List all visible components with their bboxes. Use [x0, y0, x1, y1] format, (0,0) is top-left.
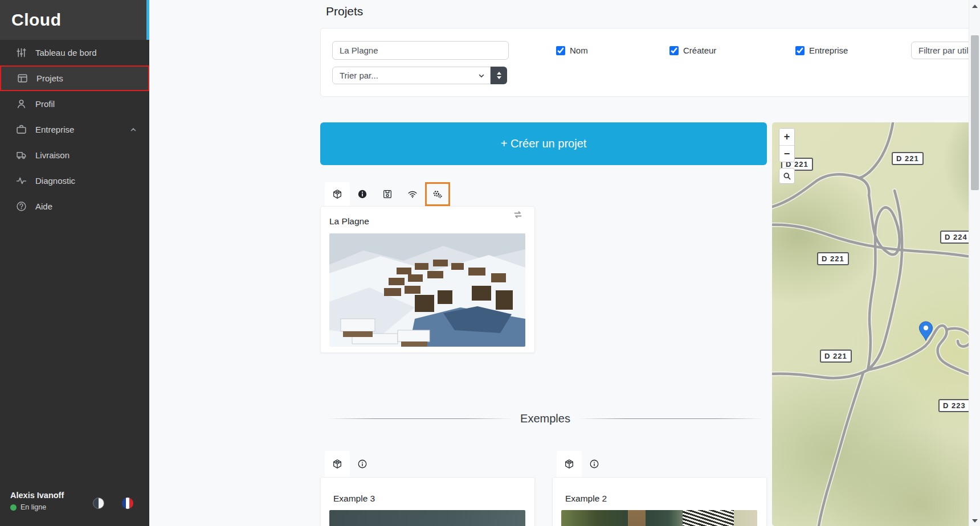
checkbox-label: Créateur	[683, 46, 716, 55]
user-block: Alexis Ivanoff En ligne	[0, 480, 149, 526]
project-card-title: La Plagne	[329, 216, 369, 227]
help-icon	[16, 201, 27, 212]
sidebar-item-entreprise[interactable]: Entreprise	[0, 117, 149, 142]
nom-checkbox[interactable]	[556, 46, 565, 55]
road-label: D 223	[938, 399, 970, 412]
tab-3d-view[interactable]	[557, 451, 582, 477]
sidebar-item-diagnostic[interactable]: Diagnostic	[0, 168, 149, 194]
create-project-button[interactable]: + Créer un projet	[320, 122, 767, 165]
tab-connectivity[interactable]	[400, 182, 425, 206]
info-circle-icon	[357, 189, 368, 199]
user-name: Alexis Ivanoff	[10, 491, 64, 500]
gears-icon	[432, 189, 443, 199]
tab-info[interactable]	[582, 451, 607, 477]
sidebar-item-label: Aide	[35, 202, 52, 211]
activity-icon	[16, 175, 27, 186]
entreprise-checkbox[interactable]	[795, 46, 805, 55]
example-card-title: Example 2	[565, 494, 607, 504]
magnifier-icon	[783, 172, 791, 180]
project-tab-bar	[325, 182, 450, 206]
scrollbar-thumb[interactable]	[971, 35, 979, 190]
map-zoom-control: + −	[779, 128, 795, 162]
map-marker-pin[interactable]	[918, 321, 933, 342]
zoom-out-button[interactable]: −	[779, 145, 794, 162]
road-label: D 221	[817, 252, 849, 265]
road-label: D 221	[820, 350, 852, 363]
project-card[interactable]: La Plagne	[320, 206, 535, 353]
checkbox-label: Entreprise	[809, 46, 848, 55]
tab-settings[interactable]	[425, 182, 450, 206]
checkbox-createur[interactable]: Créateur	[669, 41, 716, 60]
search-input[interactable]	[332, 41, 509, 60]
user-status-label: En ligne	[21, 503, 46, 511]
divider-line	[328, 418, 512, 419]
sliders-icon	[16, 47, 27, 58]
examples-divider-label: Exemples	[520, 412, 570, 425]
example-card[interactable]: Example 2	[552, 477, 767, 526]
page-scrollbar[interactable]	[969, 0, 980, 526]
cube-icon	[332, 459, 342, 469]
info-circle-outline-icon	[357, 459, 368, 469]
sidebar-item-tableau-de-bord[interactable]: Tableau de bord	[0, 40, 149, 65]
language-flag-icon[interactable]	[122, 498, 133, 509]
sidebar-item-label: Profil	[35, 99, 55, 109]
example3-thumbnail[interactable]	[329, 510, 525, 526]
sort-desc-icon	[497, 76, 501, 79]
brand-accent-stripe	[146, 0, 149, 40]
sort-direction-button[interactable]	[491, 67, 507, 84]
map-search-button[interactable]	[779, 168, 795, 184]
brand-header: Cloud	[0, 0, 149, 40]
scroll-up-icon[interactable]	[972, 5, 978, 8]
example2-thumbnail[interactable]	[561, 510, 757, 526]
example-card[interactable]: Example 3	[320, 477, 535, 526]
main-content: Projets Trier par... Nom Créateur Entrep…	[149, 0, 980, 526]
info-circle-outline-icon	[589, 459, 599, 469]
cube-icon	[332, 189, 342, 199]
user-icon	[16, 98, 27, 109]
tab-save[interactable]	[375, 182, 400, 206]
chevron-down-icon	[478, 72, 485, 79]
sidebar-item-label: Tableau de bord	[35, 48, 97, 57]
divider-line	[578, 418, 763, 419]
project-thumbnail[interactable]	[329, 233, 525, 347]
sidebar-menu: Tableau de bord Projets Profil Entrepris…	[0, 40, 149, 219]
sort-select-value: Trier par...	[340, 71, 378, 80]
checkbox-nom[interactable]: Nom	[556, 41, 588, 60]
wifi-icon	[407, 189, 418, 199]
user-status: En ligne	[10, 503, 46, 511]
tab-info[interactable]	[350, 451, 375, 477]
createur-checkbox[interactable]	[669, 46, 679, 55]
tab-3d-view[interactable]	[325, 182, 350, 206]
checkbox-entreprise[interactable]: Entreprise	[795, 41, 848, 60]
save-icon	[382, 189, 393, 199]
sidebar: Cloud Tableau de bord Projets Profil	[0, 0, 149, 526]
map-roads	[772, 122, 980, 526]
sidebar-item-projets[interactable]: Projets	[0, 65, 149, 91]
sidebar-item-label: Diagnostic	[35, 176, 75, 186]
share-icon[interactable]	[513, 209, 523, 220]
page-title: Projets	[326, 5, 363, 18]
sidebar-item-livraison[interactable]: Livraison	[0, 142, 149, 168]
map[interactable]: D 221 D 221 D 224 D 221 D 224 D 221 D 22…	[772, 122, 980, 526]
truck-icon	[16, 150, 27, 161]
scroll-down-icon[interactable]	[972, 519, 978, 523]
tab-3d-view[interactable]	[325, 451, 350, 477]
sidebar-item-profil[interactable]: Profil	[0, 91, 149, 117]
online-status-icon	[10, 504, 17, 511]
sort-select[interactable]: Trier par...	[332, 67, 491, 84]
theme-toggle-icon[interactable]	[93, 498, 104, 509]
example-card-title: Example 3	[333, 494, 375, 504]
chevron-up-icon[interactable]	[130, 126, 137, 133]
sort-asc-icon	[497, 72, 501, 75]
road-label: D 224	[940, 231, 972, 244]
zoom-in-button[interactable]: +	[779, 129, 794, 145]
sidebar-item-aide[interactable]: Aide	[0, 194, 149, 219]
tab-info[interactable]	[350, 182, 375, 206]
filters-panel: Trier par... Nom Créateur Entreprise Fil…	[320, 28, 980, 97]
briefcase-icon	[16, 124, 27, 135]
brand-logo: Cloud	[11, 10, 61, 30]
example2-tab-bar	[557, 451, 607, 477]
sidebar-item-label: Livraison	[35, 150, 70, 160]
cube-icon	[564, 459, 574, 469]
layout-icon	[17, 73, 28, 84]
